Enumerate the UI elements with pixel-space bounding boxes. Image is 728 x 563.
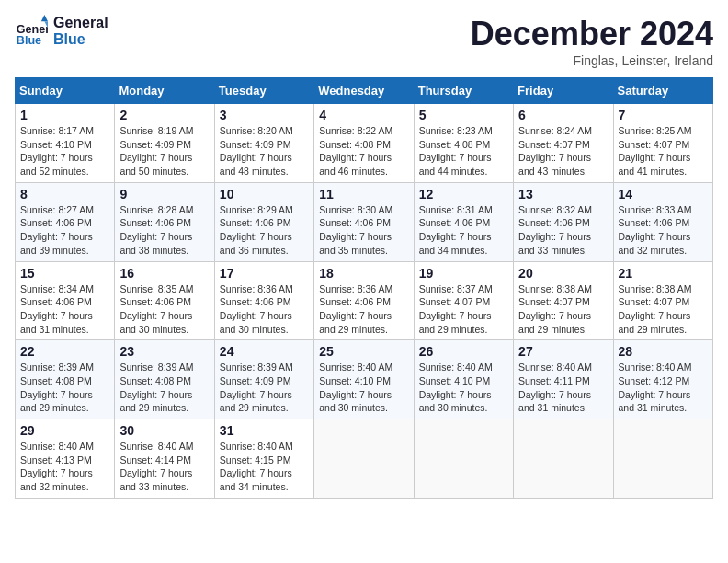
day-number: 30	[119, 423, 209, 438]
day-number: 19	[419, 266, 508, 281]
calendar-cell: 29 Sunrise: 8:40 AM Sunset: 4:13 PM Dayl…	[16, 419, 115, 499]
calendar-cell: 24 Sunrise: 8:39 AM Sunset: 4:09 PM Dayl…	[214, 340, 313, 419]
day-number: 5	[419, 108, 508, 122]
calendar-cell: 15 Sunrise: 8:34 AM Sunset: 4:06 PM Dayl…	[16, 261, 115, 340]
calendar-cell: 6 Sunrise: 8:24 AM Sunset: 4:07 PM Dayli…	[514, 104, 613, 183]
day-number: 11	[319, 187, 408, 201]
day-info: Sunrise: 8:19 AM Sunset: 4:09 PM Dayligh…	[119, 124, 209, 178]
title-section: December 2024 Finglas, Leinster, Ireland	[471, 15, 713, 68]
calendar-cell: 12 Sunrise: 8:31 AM Sunset: 4:06 PM Dayl…	[414, 182, 513, 261]
day-info: Sunrise: 8:32 AM Sunset: 4:06 PM Dayligh…	[518, 203, 608, 258]
day-number: 23	[119, 344, 209, 359]
calendar-week-2: 8 Sunrise: 8:27 AM Sunset: 4:06 PM Dayli…	[16, 182, 713, 261]
day-number: 21	[619, 266, 708, 281]
day-info: Sunrise: 8:38 AM Sunset: 4:07 PM Dayligh…	[518, 282, 608, 337]
day-header-tuesday: Tuesday	[214, 78, 313, 104]
calendar-cell: 20 Sunrise: 8:38 AM Sunset: 4:07 PM Dayl…	[514, 261, 613, 340]
day-info: Sunrise: 8:39 AM Sunset: 4:09 PM Dayligh…	[220, 361, 309, 415]
day-number: 22	[20, 344, 109, 359]
calendar-cell	[314, 419, 414, 499]
day-info: Sunrise: 8:35 AM Sunset: 4:06 PM Dayligh…	[119, 282, 209, 337]
day-number: 29	[20, 423, 109, 438]
day-info: Sunrise: 8:25 AM Sunset: 4:07 PM Dayligh…	[619, 124, 708, 178]
calendar-cell: 25 Sunrise: 8:40 AM Sunset: 4:10 PM Dayl…	[314, 340, 414, 419]
day-info: Sunrise: 8:39 AM Sunset: 4:08 PM Dayligh…	[119, 361, 209, 415]
day-number: 10	[220, 187, 309, 201]
calendar-cell: 23 Sunrise: 8:39 AM Sunset: 4:08 PM Dayl…	[115, 340, 214, 419]
location-subtitle: Finglas, Leinster, Ireland	[471, 53, 713, 68]
day-header-wednesday: Wednesday	[314, 78, 414, 104]
day-number: 20	[518, 266, 608, 281]
day-info: Sunrise: 8:40 AM Sunset: 4:11 PM Dayligh…	[518, 361, 608, 415]
day-info: Sunrise: 8:34 AM Sunset: 4:06 PM Dayligh…	[20, 282, 109, 337]
day-info: Sunrise: 8:22 AM Sunset: 4:08 PM Dayligh…	[319, 124, 408, 178]
day-number: 13	[518, 187, 608, 201]
month-title: December 2024	[471, 15, 713, 53]
day-info: Sunrise: 8:40 AM Sunset: 4:13 PM Dayligh…	[20, 440, 109, 494]
day-info: Sunrise: 8:23 AM Sunset: 4:08 PM Dayligh…	[419, 124, 508, 178]
calendar-cell: 18 Sunrise: 8:36 AM Sunset: 4:06 PM Dayl…	[314, 261, 414, 340]
svg-text:Blue: Blue	[17, 34, 41, 47]
calendar-cell: 30 Sunrise: 8:40 AM Sunset: 4:14 PM Dayl…	[115, 419, 214, 499]
calendar-week-3: 15 Sunrise: 8:34 AM Sunset: 4:06 PM Dayl…	[16, 261, 713, 340]
day-header-monday: Monday	[115, 78, 214, 104]
day-number: 18	[319, 266, 408, 281]
calendar-cell: 3 Sunrise: 8:20 AM Sunset: 4:09 PM Dayli…	[214, 104, 313, 183]
day-info: Sunrise: 8:36 AM Sunset: 4:06 PM Dayligh…	[319, 282, 408, 337]
logo-blue: Blue	[53, 31, 108, 48]
day-info: Sunrise: 8:36 AM Sunset: 4:06 PM Dayligh…	[220, 282, 309, 337]
day-number: 17	[220, 266, 309, 281]
day-info: Sunrise: 8:30 AM Sunset: 4:06 PM Dayligh…	[319, 203, 408, 258]
svg-marker-2	[41, 15, 48, 21]
calendar-cell: 13 Sunrise: 8:32 AM Sunset: 4:06 PM Dayl…	[514, 182, 613, 261]
day-header-sunday: Sunday	[16, 78, 115, 104]
calendar-cell: 7 Sunrise: 8:25 AM Sunset: 4:07 PM Dayli…	[613, 104, 712, 183]
page-header: General Blue General Blue December 2024 …	[15, 15, 713, 68]
calendar-cell	[514, 419, 613, 499]
day-number: 14	[619, 187, 708, 201]
day-number: 4	[319, 108, 408, 122]
day-info: Sunrise: 8:40 AM Sunset: 4:12 PM Dayligh…	[619, 361, 708, 415]
day-info: Sunrise: 8:39 AM Sunset: 4:08 PM Dayligh…	[20, 361, 109, 415]
day-number: 12	[419, 187, 508, 201]
day-number: 25	[319, 344, 408, 359]
calendar-cell: 31 Sunrise: 8:40 AM Sunset: 4:15 PM Dayl…	[214, 419, 313, 499]
calendar-cell	[414, 419, 513, 499]
day-number: 3	[220, 108, 309, 122]
day-info: Sunrise: 8:37 AM Sunset: 4:07 PM Dayligh…	[419, 282, 508, 337]
calendar-cell: 2 Sunrise: 8:19 AM Sunset: 4:09 PM Dayli…	[115, 104, 214, 183]
day-info: Sunrise: 8:40 AM Sunset: 4:14 PM Dayligh…	[119, 440, 209, 494]
logo-general: General	[53, 15, 108, 31]
day-info: Sunrise: 8:20 AM Sunset: 4:09 PM Dayligh…	[220, 124, 309, 178]
day-info: Sunrise: 8:38 AM Sunset: 4:07 PM Dayligh…	[619, 282, 708, 337]
day-info: Sunrise: 8:17 AM Sunset: 4:10 PM Dayligh…	[20, 124, 109, 178]
calendar-cell: 14 Sunrise: 8:33 AM Sunset: 4:06 PM Dayl…	[613, 182, 712, 261]
day-header-friday: Friday	[514, 78, 613, 104]
calendar-cell: 4 Sunrise: 8:22 AM Sunset: 4:08 PM Dayli…	[314, 104, 414, 183]
logo-icon: General Blue	[15, 15, 48, 48]
day-number: 31	[220, 423, 309, 438]
calendar-cell: 16 Sunrise: 8:35 AM Sunset: 4:06 PM Dayl…	[115, 261, 214, 340]
day-number: 1	[20, 108, 109, 122]
calendar-cell: 27 Sunrise: 8:40 AM Sunset: 4:11 PM Dayl…	[514, 340, 613, 419]
calendar-week-4: 22 Sunrise: 8:39 AM Sunset: 4:08 PM Dayl…	[16, 340, 713, 419]
day-info: Sunrise: 8:31 AM Sunset: 4:06 PM Dayligh…	[419, 203, 508, 258]
day-number: 8	[20, 187, 109, 201]
calendar-week-1: 1 Sunrise: 8:17 AM Sunset: 4:10 PM Dayli…	[16, 104, 713, 183]
calendar-cell: 22 Sunrise: 8:39 AM Sunset: 4:08 PM Dayl…	[16, 340, 115, 419]
day-number: 9	[119, 187, 209, 201]
logo: General Blue General Blue	[15, 15, 108, 48]
calendar-cell: 10 Sunrise: 8:29 AM Sunset: 4:06 PM Dayl…	[214, 182, 313, 261]
calendar-week-5: 29 Sunrise: 8:40 AM Sunset: 4:13 PM Dayl…	[16, 419, 713, 499]
calendar-cell: 17 Sunrise: 8:36 AM Sunset: 4:06 PM Dayl…	[214, 261, 313, 340]
calendar-cell: 9 Sunrise: 8:28 AM Sunset: 4:06 PM Dayli…	[115, 182, 214, 261]
day-info: Sunrise: 8:40 AM Sunset: 4:10 PM Dayligh…	[319, 361, 408, 415]
day-number: 24	[220, 344, 309, 359]
calendar-header-row: SundayMondayTuesdayWednesdayThursdayFrid…	[16, 78, 713, 104]
day-number: 27	[518, 344, 608, 359]
calendar-cell: 8 Sunrise: 8:27 AM Sunset: 4:06 PM Dayli…	[16, 182, 115, 261]
day-info: Sunrise: 8:40 AM Sunset: 4:15 PM Dayligh…	[220, 440, 309, 494]
calendar-cell: 5 Sunrise: 8:23 AM Sunset: 4:08 PM Dayli…	[414, 104, 513, 183]
calendar-cell: 1 Sunrise: 8:17 AM Sunset: 4:10 PM Dayli…	[16, 104, 115, 183]
day-number: 16	[119, 266, 209, 281]
